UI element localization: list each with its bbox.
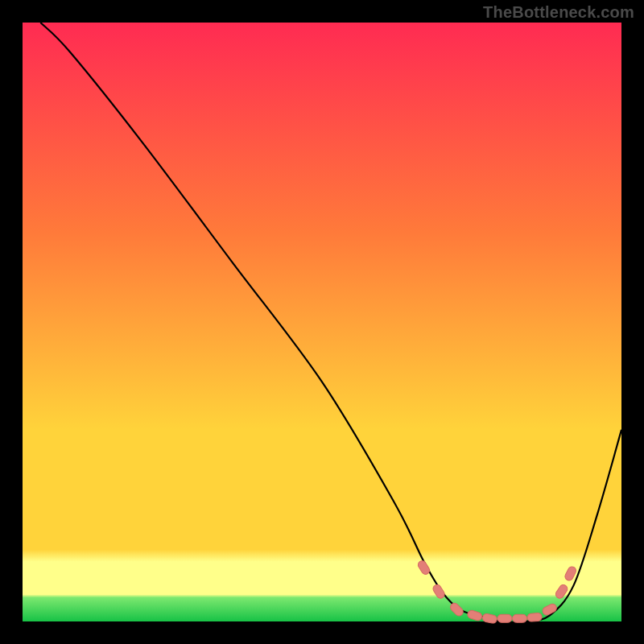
watermark-text: TheBottleneck.com	[483, 3, 634, 22]
bead	[497, 614, 512, 622]
bead	[527, 613, 543, 621]
chart-stage: TheBottleneck.com	[0, 0, 644, 644]
gradient-plot-area	[23, 23, 621, 621]
chart-svg	[0, 0, 644, 644]
bead	[513, 614, 527, 622]
